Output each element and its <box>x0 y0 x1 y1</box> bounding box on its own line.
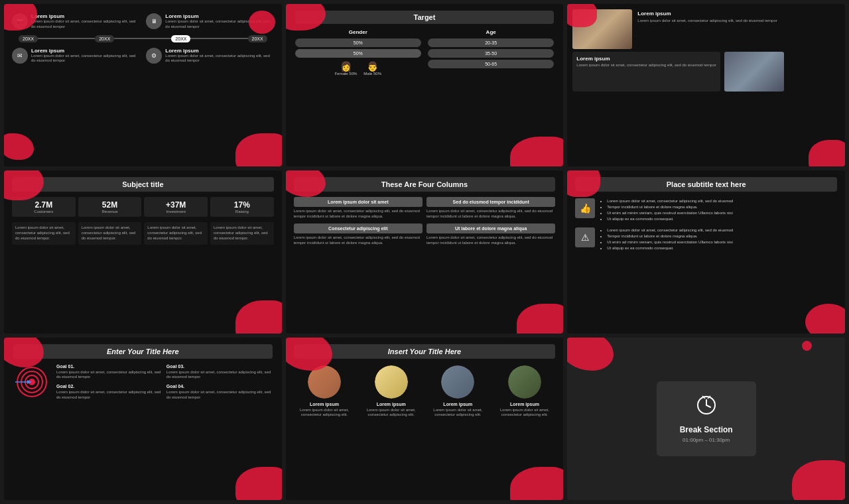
slide4-stats: 2.7M Customers 52M Revenue +37M Investme… <box>12 197 274 217</box>
item3-title: Lorem ipsum <box>31 48 139 54</box>
person-3: Lorem ipsum Lorem ipsum dolor sit amet, … <box>427 365 489 418</box>
slide3-content: Lorem ipsum Lorem ipsum dolor sit amet, … <box>567 4 845 97</box>
bullet2-3: Ut enim ad minim veniam, quis nostrud ex… <box>607 239 733 245</box>
col3-text: Lorem ipsum dolor sit amet, consectetur … <box>294 235 423 246</box>
slide3-title1: Lorem ipsum <box>637 11 838 17</box>
person4-text: Lorem ipsum dolor sit amet, consectetur … <box>494 408 556 418</box>
avatar-3 <box>441 365 474 399</box>
slide3-card: Lorem ipsum Lorem ipsum dolor sit amet, … <box>572 52 720 92</box>
slide5-content: These Are Four Columns Lorem ipsum dolor… <box>286 170 564 252</box>
box2-text: Lorem ipsum dolor sit amet, consectetur … <box>82 225 139 241</box>
slide1-timeline: 20XX 20XX 20XX 20XX <box>12 35 274 42</box>
slide8-people: Lorem ipsum Lorem ipsum dolor sit amet, … <box>294 365 556 418</box>
slide1-top-row: 📷 Lorem ipsum Lorem ipsum dolor sit amet… <box>12 13 274 30</box>
person2-text: Lorem ipsum dolor sit amet, consectetur … <box>360 408 422 418</box>
slide6-title: Place subtitle text here <box>575 177 837 192</box>
item1-title: Lorem ipsum <box>31 13 139 19</box>
slide6-content: Place subtitle text here 👍 Lorem ipsum d… <box>567 170 845 263</box>
goal4-label: Goal 04. <box>166 384 273 389</box>
timeline-node-4: 20XX <box>248 35 267 42</box>
gender-icons: 👩 Female 50% 👨 Male 50% <box>295 61 421 76</box>
goal1-label: Goal 01. <box>56 364 163 369</box>
slide3-image2 <box>724 52 784 92</box>
bullet2-1: Lorem ipsum dolor sit amet, consectetur … <box>607 227 733 233</box>
box4-text: Lorem ipsum dolor sit amet, consectetur … <box>214 225 271 241</box>
stat-revenue-label: Revenue <box>82 210 139 214</box>
bullet1-4: Ut aliquip ex ea commodo consequat. <box>607 216 733 222</box>
slide-2: Target Gender 50% 50% 👩 Female 50% 👨 Mal… <box>286 4 564 166</box>
box-3: Lorem ipsum dolor sit amet, consectetur … <box>144 222 208 244</box>
female-icon: 👩 <box>335 61 358 72</box>
stat-investment-label: Investment <box>147 210 204 214</box>
col3-header: Consectetur adipiscing elit <box>294 223 423 233</box>
person-4: Lorem ipsum Lorem ipsum dolor sit amet, … <box>494 365 556 418</box>
blob-decoration <box>510 467 563 500</box>
person2-name: Lorem ipsum <box>360 402 422 407</box>
bullet1-1: Lorem ipsum dolor sit amet, consectetur … <box>607 198 733 204</box>
blob-decoration <box>249 11 275 34</box>
timeline-node-2: 20XX <box>95 35 114 42</box>
blob-decoration <box>567 338 614 371</box>
goal2-text: Lorem ipsum dolor sit amet, consectetur … <box>56 390 163 401</box>
image2-placeholder <box>724 52 784 92</box>
age-label: Age <box>428 29 554 35</box>
slide8-title: Insert Your Title Here <box>294 344 556 359</box>
bullet1-3: Ut enim ad minim veniam, quis nostrud ex… <box>607 210 733 216</box>
col4-header: Ut labore et dolore magna aliqua <box>426 223 555 233</box>
col2-text: Lorem ipsum dolor sit amet, consectetur … <box>426 209 555 220</box>
column-2: Sed do eiusmod tempor incididunt Lorem i… <box>426 197 555 220</box>
slide-3: Lorem ipsum Lorem ipsum dolor sit amet, … <box>567 4 845 166</box>
goal3-text: Lorem ipsum dolor sit amet, consectetur … <box>166 370 273 381</box>
slide4-boxes: Lorem ipsum dolor sit amet, consectetur … <box>12 222 274 244</box>
column-4: Ut labore et dolore magna aliqua Lorem i… <box>426 223 555 246</box>
male-label: Male 50% <box>363 72 381 76</box>
stat-investment: +37M Investment <box>144 197 208 217</box>
slide1-item-4: ⚙ Lorem ipsum Lorem ipsum dolor sit amet… <box>146 48 273 64</box>
blob-decoration <box>4 338 44 367</box>
age-bar-3: 50-65 <box>428 60 554 68</box>
box-1: Lorem ipsum dolor sit amet, consectetur … <box>12 222 76 244</box>
slide6-row2: ⚠ Lorem ipsum dolor sit amet, consectetu… <box>575 227 837 251</box>
col1-text: Lorem ipsum dolor sit amet, consectetur … <box>294 209 423 220</box>
blob-decoration <box>235 300 282 334</box>
slide7-goals: Goal 01. Lorem ipsum dolor sit amet, con… <box>56 364 273 401</box>
stat-customers-value: 2.7M <box>15 200 72 210</box>
box3-text: Lorem ipsum dolor sit amet, consectetur … <box>147 225 204 241</box>
slide1-item4-text: Lorem ipsum Lorem ipsum dolor sit amet, … <box>165 48 273 64</box>
slide7-title: Enter Your Title Here <box>13 344 273 359</box>
blob-decoration <box>809 140 845 166</box>
target-graphic <box>13 364 50 401</box>
goal3-label: Goal 03. <box>166 364 273 369</box>
slide2-title: Target <box>295 11 555 24</box>
blob-decoration <box>517 304 563 334</box>
blob-decoration <box>567 4 597 27</box>
bullets1-list: Lorem ipsum dolor sit amet, consectetur … <box>600 198 733 222</box>
male-person: 👨 Male 50% <box>363 61 381 76</box>
stat-customers-label: Customers <box>15 210 72 214</box>
bullet2-2: Tempor incididunt ut labore et dolore ma… <box>607 233 733 239</box>
break-title: Break Section <box>677 425 736 434</box>
slide-4: Subject title 2.7M Customers 52M Revenue… <box>4 170 282 333</box>
slide-9: Break Section 01:00pm – 01:30pm <box>567 338 845 500</box>
slide-5: These Are Four Columns Lorem ipsum dolor… <box>286 170 564 333</box>
slide5-title: These Are Four Columns <box>294 177 556 192</box>
slide4-title: Subject title <box>12 177 274 192</box>
slide3-text1: Lorem ipsum Lorem ipsum dolor sit amet, … <box>636 9 840 49</box>
goal4-text: Lorem ipsum dolor sit amet, consectetur … <box>166 390 273 401</box>
female-person: 👩 Female 50% <box>335 61 358 76</box>
col2-header: Sed do eiusmod tempor incididunt <box>426 197 555 207</box>
thumbs-up-icon: 👍 <box>575 198 595 218</box>
blob-decoration <box>805 304 845 334</box>
timeline-line <box>114 38 171 39</box>
avatar2-img <box>375 365 408 399</box>
stat-investment-value: +37M <box>147 200 204 210</box>
stat-raising-value: 17% <box>214 200 271 210</box>
column-1: Lorem ipsum dolor sit amet Lorem ipsum d… <box>294 197 423 220</box>
blob-decoration <box>286 170 326 197</box>
person-2: Lorem ipsum Lorem ipsum dolor sit amet, … <box>360 365 422 418</box>
person-1: Lorem ipsum Lorem ipsum dolor sit amet, … <box>294 365 356 418</box>
stat-raising-label: Raising <box>214 210 271 214</box>
slide4-content: Subject title 2.7M Customers 52M Revenue… <box>4 170 282 251</box>
male-icon: 👨 <box>363 61 381 72</box>
timeline-line <box>38 38 95 39</box>
